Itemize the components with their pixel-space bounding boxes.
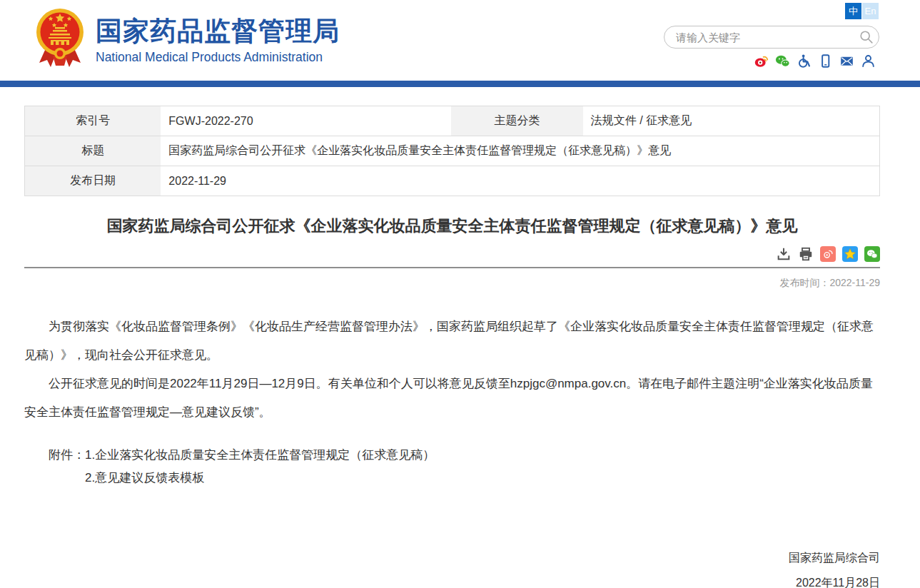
site-brand[interactable]: 国家药品监督管理局 National Medical Products Admi… [34,6,340,72]
document-meta-table: 索引号 FGWJ-2022-270 主题分类 法规文件 / 征求意见 标题 国家… [24,106,880,196]
meta-value-title: 国家药监局综合司公开征求《企业落实化妆品质量安全主体责任监督管理规定（征求意见稿… [161,136,879,166]
publish-time: 发布时间：2022-11-29 [24,277,880,290]
attachments-label: 附件： [49,448,85,462]
meta-row-index: 索引号 FGWJ-2022-270 主题分类 法规文件 / 征求意见 [25,106,880,136]
mail-icon[interactable] [839,54,854,69]
meta-value-topic-category: 法规文件 / 征求意见 [583,106,880,136]
search-input[interactable] [664,31,854,44]
attachment-line: 2.意见建议反馈表模板 [24,467,880,490]
national-emblem-logo [34,6,86,72]
article-title: 国家药监局综合司公开征求《企业落实化妆品质量安全主体责任监督管理规定（征求意见稿… [24,216,880,237]
meta-row-title: 标题 国家药监局综合司公开征求《企业落实化妆品质量安全主体责任监督管理规定（征求… [25,136,880,166]
header-quick-links [754,54,876,69]
weibo-icon[interactable] [754,54,769,69]
search-button[interactable] [854,26,879,48]
site-title-block: 国家药品监督管理局 National Medical Products Admi… [96,6,340,65]
paragraph: 为贯彻落实《化妆品监督管理条例》《化妆品生产经营监督管理办法》，国家药监局组织起… [24,313,880,370]
meta-row-publish-date: 发布日期 2022-11-29 [25,166,880,196]
header-divider-bar [0,81,920,87]
attachments-section: 附件：1.企业落实化妆品质量安全主体责任监督管理规定（征求意见稿） 2.意见建议… [24,444,880,490]
share-wechat-icon [866,248,878,260]
meta-label-index-number: 索引号 [25,106,161,136]
site-header: 国家药品监督管理局 National Medical Products Admi… [0,0,920,81]
lang-en-button[interactable]: En [862,3,879,19]
signature-date: 2022年11月28日 [24,570,880,588]
language-switcher: 中 En [844,3,879,19]
lang-zh-button[interactable]: 中 [845,3,861,19]
download-icon [776,246,792,262]
wechat-icon[interactable] [775,54,790,69]
article-toolbar [24,246,880,267]
print-button[interactable] [798,246,814,262]
paragraph: 公开征求意见的时间是2022年11月29日—12月9日。有关单位和个人可以将意见… [24,370,880,427]
signature-department: 国家药监局综合司 [24,545,880,570]
article-body: 为贯彻落实《化妆品监督管理条例》《化妆品生产经营监督管理办法》，国家药监局组织起… [24,313,880,427]
site-title-en: National Medical Products Administration [96,50,340,65]
content-container: 索引号 FGWJ-2022-270 主题分类 法规文件 / 征求意见 标题 国家… [24,106,880,588]
meta-value-index-number: FGWJ-2022-270 [161,106,451,136]
attachment-line: 附件：1.企业落实化妆品质量安全主体责任监督管理规定（征求意见稿） [24,444,880,467]
mobile-icon[interactable] [818,54,833,69]
attachment-link-2[interactable]: 2.意见建议反馈表模板 [85,471,204,485]
share-qzone-icon [844,248,856,260]
download-button[interactable] [776,246,792,262]
article-signature-block: 国家药监局综合司 2022年11月28日 [24,545,880,588]
meta-label-topic-category: 主题分类 [451,106,583,136]
accessibility-icon[interactable] [797,54,812,69]
share-wechat-button[interactable] [864,246,880,262]
share-weibo-icon [822,248,834,260]
site-search [664,26,879,49]
user-icon[interactable] [861,54,876,69]
meta-value-publish-date: 2022-11-29 [161,166,879,196]
site-title-zh: 国家药品监督管理局 [96,17,340,46]
search-icon [859,29,874,45]
meta-label-publish-date: 发布日期 [25,166,161,196]
attachment-link-1[interactable]: 1.企业落实化妆品质量安全主体责任监督管理规定（征求意见稿） [85,448,435,462]
title-divider [24,267,880,268]
share-qzone-button[interactable] [842,246,858,262]
meta-label-title: 标题 [25,136,161,166]
print-icon [798,246,814,262]
share-weibo-button[interactable] [820,246,836,262]
